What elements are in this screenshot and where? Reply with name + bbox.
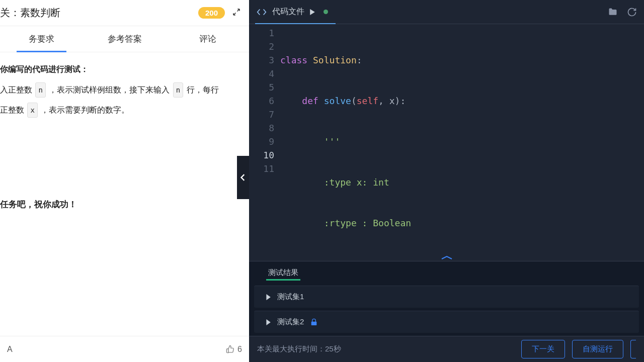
text-fragment: 行，每行	[184, 85, 218, 94]
chevron-right-icon	[265, 319, 271, 325]
play-icon[interactable]	[309, 9, 315, 15]
chevron-right-icon	[265, 294, 271, 300]
expand-icon[interactable]	[232, 8, 241, 19]
paragraph: 正整数 x ，表示需要判断的数字。	[0, 102, 247, 118]
code-line: :rtype : Boolean	[280, 216, 644, 230]
next-level-button[interactable]: 下一关	[521, 340, 565, 358]
line-number: 4	[249, 67, 274, 80]
line-number: 1	[249, 26, 274, 40]
code-chip-n: n	[173, 82, 183, 98]
right-panel: 代码文件 1 2 3 4 5 6 7 8 9 10 11 class Solut…	[249, 0, 644, 362]
points-badge: 200	[198, 7, 225, 19]
code-lines: class Solution: def solve(self, x): ''' …	[280, 26, 644, 255]
code-line: :type x: int	[280, 175, 644, 189]
file-tab-label[interactable]: 代码文件	[272, 7, 304, 17]
content-scroll[interactable]: 你编写的代码进行测试： 入正整数 n ，表示测试样例组数，接下来输入 n 行，每…	[0, 52, 249, 336]
code-chip-x: x	[27, 103, 37, 118]
results-pane: 测试结果 测试集1 测试集2	[249, 261, 644, 336]
editor-header-actions	[608, 7, 637, 17]
left-header: 关：素数判断 200	[0, 0, 249, 26]
partial-button[interactable]	[630, 340, 636, 358]
tab-comments[interactable]: 评论	[166, 26, 249, 52]
thumb-up-icon	[226, 345, 234, 353]
line-number-gutter: 1 2 3 4 5 6 7 8 9 10 11	[249, 26, 280, 255]
test-set-item[interactable]: 测试集2	[254, 311, 639, 333]
tabs-row: 务要求 参考答案 评论	[0, 26, 249, 52]
line-number: 9	[249, 135, 274, 148]
line-number: 7	[249, 108, 274, 121]
line-number: 5	[249, 80, 274, 94]
line-number: 3	[249, 53, 274, 67]
code-chip-n: n	[35, 82, 45, 98]
footer-bar: 本关最大执行时间：25秒 下一关 自测运行	[249, 336, 644, 362]
text-fragment: ，表示需要判断的数字。	[39, 106, 129, 114]
editor-header: 代码文件	[249, 0, 644, 24]
pane-resize-handle[interactable]	[249, 255, 644, 261]
self-run-button[interactable]: 自测运行	[572, 340, 623, 358]
left-panel: 关：素数判断 200 务要求 参考答案 评论 你编写的代码进行测试： 入正整数 …	[0, 0, 249, 362]
test-set-label: 测试集2	[277, 317, 304, 327]
line-number: 8	[249, 121, 274, 135]
page-title: 关：素数判断	[0, 6, 60, 20]
tab-answer[interactable]: 参考答案	[83, 26, 166, 52]
test-set-item[interactable]: 测试集1	[254, 286, 639, 308]
code-line: '''	[280, 135, 644, 148]
text-fragment: ，表示测试样例组数，接下来输入	[47, 85, 172, 94]
footer-actions: 下一关 自测运行	[521, 340, 636, 358]
max-time-label: 本关最大执行时间：25秒	[257, 344, 341, 354]
like-button[interactable]: 6	[226, 345, 242, 354]
code-editor[interactable]: 1 2 3 4 5 6 7 8 9 10 11 class Solution: …	[249, 24, 644, 255]
code-line: class Solution:	[280, 53, 644, 67]
tab-test-results[interactable]: 测试结果	[266, 264, 300, 282]
refresh-icon[interactable]	[627, 7, 637, 17]
closing-text: 任务吧，祝你成功！	[0, 199, 247, 210]
tab-requirements[interactable]: 务要求	[0, 26, 83, 52]
chevron-left-icon	[239, 174, 247, 181]
text-fragment: 入正整数	[0, 85, 34, 94]
line-number: 11	[249, 162, 274, 175]
dirty-indicator-icon	[324, 10, 328, 14]
line-number: 10	[249, 148, 274, 162]
collapse-handle[interactable]	[237, 156, 249, 199]
code-file-icon	[256, 7, 267, 18]
folder-icon[interactable]	[608, 7, 618, 17]
results-tab-row: 测试结果	[249, 262, 644, 283]
search-row: 6	[0, 336, 249, 362]
section-heading: 你编写的代码进行测试：	[0, 64, 247, 75]
test-set-label: 测试集1	[277, 292, 304, 302]
lock-icon	[310, 318, 318, 326]
line-number: 2	[249, 40, 274, 53]
like-count: 6	[237, 345, 242, 354]
code-line: def solve(self, x):	[280, 94, 644, 108]
search-input[interactable]	[7, 336, 226, 362]
text-fragment: 正整数	[0, 106, 26, 114]
paragraph: 入正整数 n ，表示测试样例组数，接下来输入 n 行，每行	[0, 82, 247, 98]
line-number: 6	[249, 94, 274, 108]
